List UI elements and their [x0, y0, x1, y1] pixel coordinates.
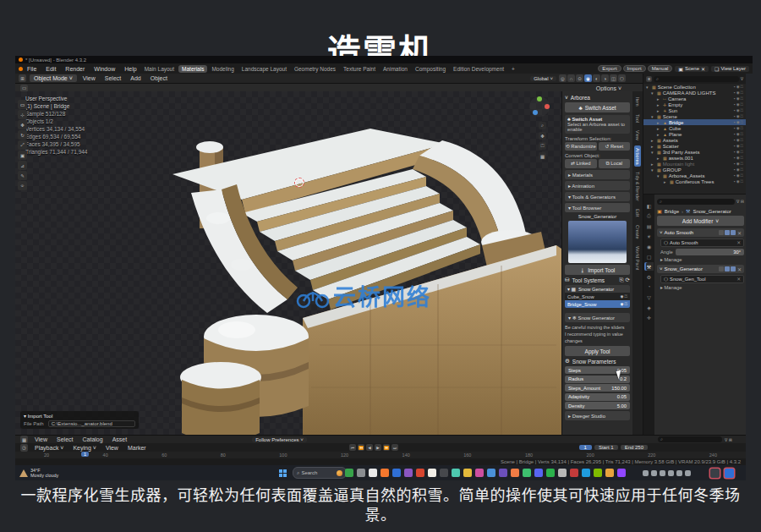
- playback-button[interactable]: ⏪: [358, 444, 364, 451]
- expander-icon[interactable]: ▸: [657, 102, 661, 107]
- timeline-menu[interactable]: Marker: [125, 445, 149, 451]
- taskbar-app-icon[interactable]: [558, 469, 567, 477]
- modifier-header-2[interactable]: ˅ Snow_Generator ✕: [657, 265, 744, 273]
- properties-tab-icon[interactable]: ✛: [644, 313, 654, 321]
- properties-tab-icon[interactable]: ⎙: [644, 211, 654, 220]
- outliner-row[interactable]: ▸ ▦ Mountain light ▪◉⏍: [643, 161, 746, 167]
- node-group-field-2[interactable]: ⬡Snow_Gen_Tool✕: [660, 275, 744, 283]
- editor-type-icon[interactable]: ⊞: [19, 74, 26, 82]
- tool-systems-buttons[interactable]: ⎘ ⟳: [620, 277, 630, 283]
- expander-icon[interactable]: ▸: [664, 179, 668, 184]
- options-dropdown[interactable]: Options ˅: [594, 85, 624, 91]
- asset-browser-icon[interactable]: ▦: [20, 436, 28, 443]
- tool-button[interactable]: ✥: [18, 120, 27, 129]
- playback-button[interactable]: ▶: [375, 444, 381, 451]
- outliner-row[interactable]: ▸ ✛ Empty ▪◉⏍: [643, 101, 746, 107]
- expander-icon[interactable]: ▸: [651, 162, 655, 167]
- param-slider[interactable]: Steps_Amount150.00: [565, 384, 630, 392]
- taskbar-app-icon[interactable]: [369, 469, 377, 477]
- outliner-row[interactable]: ▸ ☀ Sun ▪◉⏍: [643, 107, 746, 113]
- taskbar-app-icon[interactable]: [452, 469, 460, 477]
- viewport-header-icon[interactable]: ◐: [593, 74, 600, 82]
- visibility-toggles[interactable]: ▪◉⏍: [734, 114, 746, 118]
- visibility-toggles[interactable]: ▪◉⏍: [734, 108, 746, 112]
- topbar-menu[interactable]: Edit: [43, 66, 58, 72]
- outliner-row[interactable]: ▾ ▦ 3rd Party Assets ▪◉⏍: [643, 149, 746, 155]
- workspace-tab[interactable]: Texture Paint: [340, 65, 379, 73]
- outliner-row[interactable]: ▸ ▦ Scatter ▪◉⏍: [643, 143, 746, 149]
- properties-filter-icon[interactable]: ∇ ⊟: [736, 199, 744, 204]
- outliner-row[interactable]: ▾ ▦ Arborea_Assets ▪◉⏍: [643, 173, 746, 178]
- n-panel-tab[interactable]: Tidy & Render: [634, 169, 641, 204]
- edit-mode-toggle[interactable]: [719, 230, 724, 235]
- n-panel-tab[interactable]: Tool: [634, 112, 641, 125]
- visibility-toggles[interactable]: ▪◉⏍: [734, 173, 746, 178]
- workspace-tab[interactable]: Compositing: [412, 65, 449, 73]
- outliner-row[interactable]: ▸ ▦ Assets ▪◉⏍: [643, 137, 746, 143]
- properties-tab-icon[interactable]: ◧: [644, 201, 654, 210]
- manage-panel-1[interactable]: ▸ Manage: [660, 257, 744, 262]
- view-layer-selector[interactable]: ❏View Layer: [711, 66, 749, 72]
- navigation-gizmo[interactable]: [529, 96, 550, 117]
- param-slider[interactable]: Density5.00: [565, 402, 630, 409]
- workspace-tab[interactable]: +: [508, 65, 518, 73]
- playback-button[interactable]: ⏩: [383, 444, 390, 451]
- convert-button[interactable]: ⧉ Local: [599, 159, 631, 168]
- viewport-menu[interactable]: Select: [102, 75, 123, 81]
- modifier-expand-icon[interactable]: ˅: [660, 230, 663, 235]
- tool-browser-header[interactable]: ▾ Tool Browser: [565, 203, 630, 212]
- tool-list-item[interactable]: Cube_Snow ◉ ⏍: [565, 293, 630, 300]
- edit-mode-toggle-2[interactable]: [719, 266, 724, 271]
- outliner-row[interactable]: ▾ ▦ Scene ▪◉⏍: [643, 113, 746, 119]
- tool-button[interactable]: ↻: [18, 130, 27, 140]
- param-slider[interactable]: Adaptivity0.05: [565, 393, 630, 401]
- expander-icon[interactable]: ▸: [651, 138, 655, 143]
- n-panel-tab[interactable]: Create: [634, 222, 641, 242]
- timeline-menu[interactable]: Keying ˅: [70, 445, 98, 451]
- mode-dropdown[interactable]: Object Mode ˅: [30, 74, 77, 82]
- taskbar-app-icon[interactable]: [605, 469, 614, 477]
- taskbar-app-icon[interactable]: [357, 469, 365, 477]
- highlighted-taskbar-icon[interactable]: [710, 469, 720, 478]
- topbar-menu[interactable]: File: [25, 66, 39, 72]
- taskbar-app-icon[interactable]: [570, 469, 578, 477]
- outliner-row[interactable]: ▸ ▲ Plane ▪◉⏍: [643, 131, 746, 137]
- visibility-toggles[interactable]: ▪◉⏍: [734, 162, 746, 166]
- visibility-toggles[interactable]: ▪◉⏍: [734, 150, 746, 154]
- expander-icon[interactable]: ▾: [651, 114, 655, 119]
- n-panel-tab[interactable]: Item: [634, 95, 641, 109]
- properties-search-input[interactable]: ⌕: [657, 199, 735, 205]
- viewport-menu[interactable]: View: [80, 75, 98, 81]
- tool-list-header[interactable]: ▾ ▦ Snow Generator: [565, 285, 630, 293]
- visibility-toggles[interactable]: ▪◉⏍: [734, 126, 746, 130]
- properties-tab-icon[interactable]: ▽: [644, 293, 654, 301]
- render-toggle-2[interactable]: [731, 266, 736, 271]
- playback-button[interactable]: ◀: [366, 444, 373, 451]
- properties-tab-icon[interactable]: ▤: [644, 222, 654, 230]
- topbar-pill-button[interactable]: Manual: [648, 65, 673, 72]
- tool-button[interactable]: ▣: [18, 151, 27, 160]
- expander-icon[interactable]: ▾: [657, 173, 661, 178]
- timeline-editor-icon[interactable]: ◷: [20, 444, 28, 452]
- tray-icon[interactable]: [668, 470, 674, 476]
- playback-button[interactable]: ⏮: [349, 444, 356, 451]
- expander-icon[interactable]: ▸: [657, 126, 661, 131]
- panel-section-header[interactable]: ▸ Animation: [565, 181, 630, 190]
- tray-icon[interactable]: [660, 470, 665, 476]
- timeline-menu[interactable]: Playback ˅: [32, 445, 66, 451]
- switch-asset-button[interactable]: ♣Switch Asset: [565, 102, 630, 112]
- start-button[interactable]: [279, 469, 287, 477]
- n-panel-tab[interactable]: Edit: [634, 206, 641, 219]
- workspace-tab[interactable]: Landscape Layout: [238, 65, 290, 73]
- outliner-row[interactable]: ▸ ▲ Bridge ▪◉⏍: [643, 119, 746, 125]
- tray-icon[interactable]: [685, 470, 691, 476]
- workspace-tab[interactable]: Modeling: [208, 65, 237, 73]
- item-visibility-toggles[interactable]: ◉ ⏍: [620, 302, 627, 306]
- highlighted-taskbar-icon[interactable]: [725, 469, 734, 478]
- viewport-header-icon[interactable]: ◉: [584, 74, 592, 82]
- panel-section-header[interactable]: ▸ Materials: [565, 170, 630, 179]
- tool-button[interactable]: ⊹: [18, 110, 27, 119]
- visibility-toggles[interactable]: ▪◉⏍: [734, 85, 746, 89]
- snow-generator-header[interactable]: ▾ ❄ Snow Generator: [565, 313, 630, 322]
- playhead[interactable]: 1: [81, 452, 89, 457]
